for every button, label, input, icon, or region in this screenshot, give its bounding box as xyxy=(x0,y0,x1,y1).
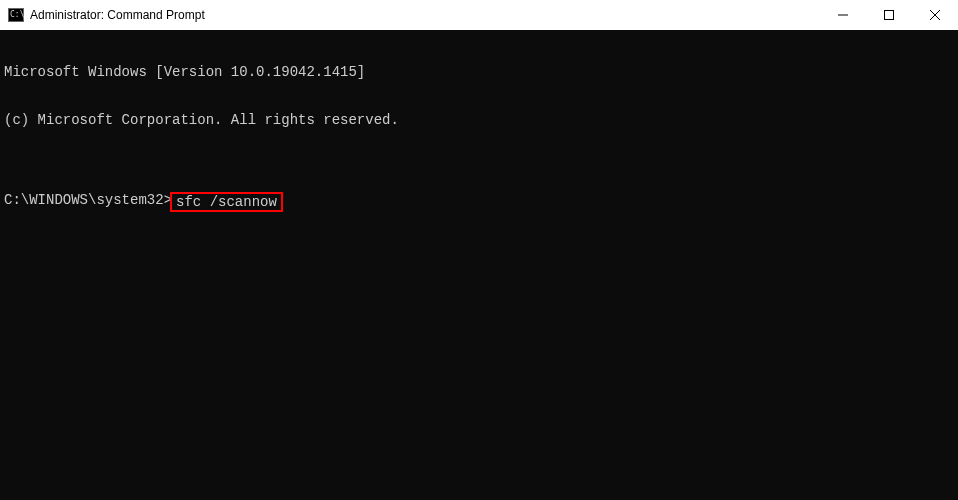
command-prompt-window: C:\ Administrator: Command Prompt Micros… xyxy=(0,0,958,500)
copyright-line: (c) Microsoft Corporation. All rights re… xyxy=(4,112,954,128)
terminal-area[interactable]: Microsoft Windows [Version 10.0.19042.14… xyxy=(0,30,958,500)
cmd-icon: C:\ xyxy=(8,8,24,22)
close-button[interactable] xyxy=(912,0,958,30)
prompt-line: C:\WINDOWS\system32>sfc /scannow xyxy=(4,192,954,212)
command-text: sfc /scannow xyxy=(176,194,277,210)
minimize-button[interactable] xyxy=(820,0,866,30)
window-controls xyxy=(820,0,958,30)
command-highlight: sfc /scannow xyxy=(170,192,283,212)
maximize-icon xyxy=(884,10,894,20)
titlebar[interactable]: C:\ Administrator: Command Prompt xyxy=(0,0,958,30)
svg-rect-1 xyxy=(885,11,894,20)
title-left: C:\ Administrator: Command Prompt xyxy=(0,8,205,22)
version-line: Microsoft Windows [Version 10.0.19042.14… xyxy=(4,64,954,80)
window-title: Administrator: Command Prompt xyxy=(30,8,205,22)
prompt-path: C:\WINDOWS\system32> xyxy=(4,192,172,212)
minimize-icon xyxy=(838,10,848,20)
close-icon xyxy=(930,10,940,20)
maximize-button[interactable] xyxy=(866,0,912,30)
